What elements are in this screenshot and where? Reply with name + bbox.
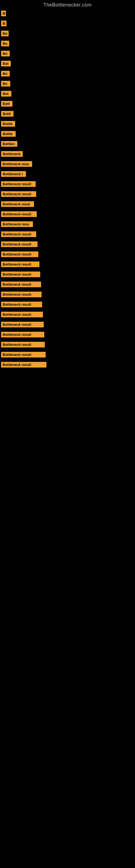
rows-container: BBBoBoBoBotBoBoBotBottBottlBottleBottleB… [0,9,135,370]
bottleneck-result-label: Bottleneck r [1,171,26,177]
bottleneck-result-label: Bottleneck result [1,342,45,347]
bottleneck-result-label: Bo [1,41,9,46]
bottleneck-result-label: Bottleneck result [1,261,39,267]
list-item: Bottleneck result [0,240,135,250]
bottleneck-result-label: Bottle [1,121,15,127]
list-item: Bottleneck result [0,230,135,240]
list-item: Bo [0,29,135,39]
bottleneck-result-label: Bottleneck result [1,191,36,197]
bottleneck-result-label: Bottleneck result [1,231,36,237]
bottleneck-result-label: Bottleneck result [1,291,42,297]
list-item: B [0,9,135,19]
bottleneck-result-label: Bo [1,81,10,87]
list-item: Bottlen [0,140,135,150]
bottleneck-result-label: Bot [1,61,11,66]
list-item: Bottleneck result [0,280,135,290]
list-item: Bot [0,59,135,69]
list-item: B [0,19,135,29]
list-item: Bottleneck result [0,190,135,199]
bottleneck-result-label: Bottleneck [1,151,23,157]
bottleneck-result-label: Bottleneck result [1,282,41,287]
list-item: Bo [0,49,135,59]
list-item: Bottl [0,109,135,119]
bottleneck-result-label: B [1,21,6,26]
list-item: Bott [0,99,135,109]
list-item: Bot [0,89,135,99]
list-item: Bottleneck [0,150,135,159]
bottleneck-result-label: Bottleneck result [1,211,37,217]
list-item: Bottleneck result [0,290,135,300]
bottleneck-result-label: Bott [1,101,12,106]
list-item: Bottleneck result [0,350,135,360]
list-item: Bottleneck result [0,340,135,350]
list-item: Bo [0,69,135,79]
bottleneck-result-label: Bottleneck resu [1,161,32,167]
list-item: Bottleneck result [0,270,135,280]
list-item: Bottleneck result [0,180,135,190]
bottleneck-result-label: Bottleneck resul [1,201,34,207]
list-item: Bottle [0,119,135,129]
list-item: Bottleneck result [0,310,135,320]
list-item: Bottleneck result [0,300,135,310]
bottleneck-result-label: Bottleneck result [1,362,46,368]
bottleneck-result-label: Bottleneck result [1,251,38,257]
list-item: Bottleneck resu [0,159,135,169]
list-item: Bottleneck result [0,360,135,370]
bottleneck-result-label: Bottleneck result [1,272,40,277]
list-item: Bottleneck result [0,320,135,330]
bottleneck-result-label: Bo [1,51,10,56]
bottleneck-result-label: Bottleneck result [1,312,43,317]
bottleneck-result-label: Bottleneck result [1,352,46,358]
list-item: Bo [0,39,135,49]
list-item: Bottleneck result [0,210,135,220]
bottleneck-result-label: Bottl [1,111,13,117]
list-item: Bottleneck result [0,260,135,270]
bottleneck-result-label: Bottleneck result [1,332,44,337]
bottleneck-result-label: Bottleneck result [1,322,44,328]
bottleneck-result-label: Bottleneck result [1,181,36,187]
list-item: Bottleneck resul [0,199,135,210]
bottleneck-result-label: Bo [1,31,9,36]
list-item: Bo [0,79,135,89]
site-title: TheBottlenecker.com [0,0,135,9]
bottleneck-result-label: Bottlen [1,141,17,147]
list-item: Bottleneck result [0,330,135,340]
bottleneck-result-label: Bottleneck resu [1,221,33,227]
bottleneck-result-label: Bo [1,71,10,76]
list-item: Bottle [0,129,135,140]
bottleneck-result-label: B [1,10,6,16]
list-item: Bottleneck resu [0,220,135,230]
bottleneck-result-label: Bottleneck result [1,302,42,307]
bottleneck-result-label: Bottle [1,131,16,137]
bottleneck-result-label: Bottleneck result [1,241,38,247]
bottleneck-result-label: Bot [1,91,11,97]
list-item: Bottleneck r [0,169,135,180]
list-item: Bottleneck result [0,250,135,260]
